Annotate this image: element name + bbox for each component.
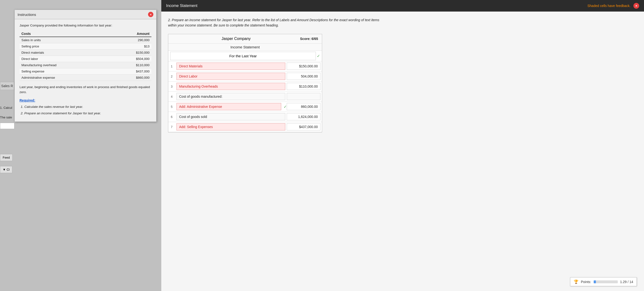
income-statement-panel: Income Statement Shaded cells have feedb… <box>161 0 644 291</box>
row-amount-input[interactable] <box>287 62 320 70</box>
required-link[interactable]: Required: <box>20 98 35 102</box>
points-bar: 🏆 Points: 1.29 / 14 <box>570 277 637 286</box>
amount-cell: $150,000 <box>111 50 152 56</box>
points-fill <box>594 280 596 283</box>
collapse-button[interactable]: ▼ Cl <box>0 166 12 173</box>
row-amount-input[interactable] <box>287 103 320 110</box>
points-label: Points: <box>581 280 591 284</box>
instructions-close-button[interactable]: × <box>148 12 153 17</box>
row-amount-input[interactable] <box>287 123 320 130</box>
required-item: Calculate the sales revenue for last yea… <box>24 105 152 109</box>
required-section: Required: Calculate the sales revenue fo… <box>20 98 152 116</box>
required-list: Calculate the sales revenue for last yea… <box>24 105 152 116</box>
row-label-input[interactable] <box>176 73 285 80</box>
statement-heading: Jasper Company Score: 6/65 <box>168 34 322 44</box>
costs-table: Costs Amount Sales in units290,000Sellin… <box>20 31 152 81</box>
amount-cell: 290,000 <box>111 37 152 43</box>
score-badge: Score: 6/65 <box>300 37 318 41</box>
statement-sub-heading: Income Statement <box>168 44 322 51</box>
statement-rows-container: 12345✓67 <box>168 62 322 132</box>
row-checkmark: ✓ <box>284 104 287 109</box>
statement-row: 7 <box>168 122 322 132</box>
row-number: 6 <box>168 115 175 119</box>
costs-header: Costs <box>20 31 111 37</box>
inventory-note: Last year, beginning and ending inventor… <box>20 85 152 94</box>
row-label-input[interactable] <box>176 113 285 120</box>
cost-cell: Administrative expense <box>20 74 111 81</box>
sales-revenue-input[interactable] <box>0 123 14 129</box>
statement-row: 2 <box>168 72 322 82</box>
instructions-panel: Instructions × Jasper Company provided t… <box>14 10 156 122</box>
amount-header: Amount <box>111 31 152 37</box>
amount-cell: $110,000 <box>111 62 152 68</box>
row-amount-input[interactable] <box>287 73 320 80</box>
row-number: 4 <box>168 95 175 98</box>
period-checkmark: ✓ <box>317 54 320 58</box>
cost-cell: Manufacturing overhead <box>20 62 111 68</box>
instructions-header: Instructions × <box>15 10 156 19</box>
income-instruction-text: 2. Prepare an income statement for Jaspe… <box>168 17 385 28</box>
period-input[interactable] <box>170 52 316 60</box>
required-item: Prepare an income statement for Jasper f… <box>24 111 152 116</box>
statement-row: 6 <box>168 112 322 122</box>
feedback-button[interactable]: Feed <box>0 154 12 161</box>
instructions-intro: Jasper Company provided the following in… <box>20 23 152 28</box>
period-row: ✓ <box>168 51 322 62</box>
row-label-input[interactable] <box>176 62 285 70</box>
cost-cell: Selling expense <box>20 68 111 74</box>
statement-row: 3 <box>168 82 322 92</box>
sales-r-label: Sales R <box>0 82 14 90</box>
row-number: 1 <box>168 64 175 68</box>
row-label-input[interactable] <box>176 123 285 130</box>
statement-row: 4 <box>168 92 322 102</box>
instructions-title: Instructions <box>18 12 36 16</box>
income-body: 2. Prepare an income statement for Jaspe… <box>161 12 644 138</box>
points-value: 1.29 / 14 <box>620 280 634 284</box>
cost-cell: Direct materials <box>20 50 111 56</box>
statement-container: Jasper Company Score: 6/65 Income Statem… <box>168 34 322 132</box>
row-number: 3 <box>168 85 175 88</box>
income-close-button[interactable]: × <box>634 3 639 9</box>
amount-cell: $437,000 <box>111 68 152 74</box>
row-amount-input[interactable] <box>287 93 320 100</box>
company-name: Jasper Company <box>172 36 300 41</box>
points-icon: 🏆 <box>574 280 578 284</box>
amount-cell: $13 <box>111 43 152 50</box>
cost-cell: Selling price <box>20 43 111 50</box>
row-label-input[interactable] <box>176 83 285 90</box>
statement-row: 1 <box>168 62 322 72</box>
points-progress-bar <box>594 280 618 283</box>
statement-row: 5✓ <box>168 102 322 112</box>
row-number: 2 <box>168 74 175 78</box>
row-label-input[interactable] <box>176 103 281 110</box>
calc-label: 1. Calcul <box>0 106 12 110</box>
income-window-title: Income Statement <box>166 4 198 8</box>
row-amount-input[interactable] <box>287 113 320 120</box>
feedback-notice: Shaded cells have feedback. <box>588 4 630 8</box>
the-sale-label: The sale <box>0 116 12 119</box>
row-number: 7 <box>168 125 175 129</box>
instructions-body: Jasper Company provided the following in… <box>15 19 156 122</box>
row-label-input[interactable] <box>176 93 285 100</box>
amount-cell: $504,000 <box>111 56 152 62</box>
amount-cell: $860,000 <box>111 74 152 81</box>
income-header: Income Statement Shaded cells have feedb… <box>161 0 644 12</box>
row-number: 5 <box>168 105 175 108</box>
income-header-right: Shaded cells have feedback. × <box>588 3 639 9</box>
cost-cell: Sales in units <box>20 37 111 43</box>
cost-cell: Direct labor <box>20 56 111 62</box>
row-amount-input[interactable] <box>287 83 320 90</box>
